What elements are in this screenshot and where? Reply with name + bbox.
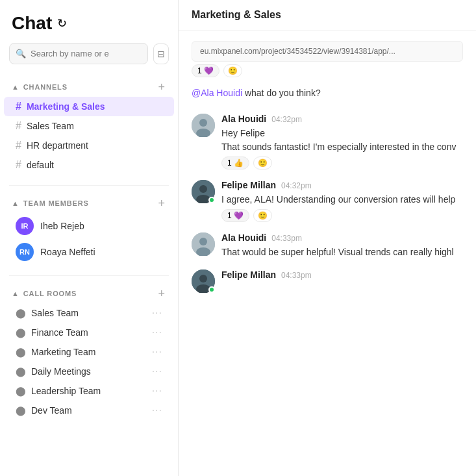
- message-time: 04:33pm: [271, 234, 302, 243]
- room-icon: ⬤: [16, 347, 26, 357]
- room-item[interactable]: ⬤ Marketing Team ···: [4, 342, 174, 362]
- room-options-icon[interactable]: ···: [152, 385, 162, 397]
- mention-body: what do you think?: [245, 88, 321, 98]
- add-channel-button[interactable]: +: [157, 81, 166, 93]
- reaction[interactable]: 1👍: [221, 157, 249, 169]
- message-time: 04:32pm: [281, 181, 312, 190]
- room-list: ⬤ Sales Team ··· ⬤ Finance Team ··· ⬤ Ma…: [0, 303, 178, 420]
- call-rooms-header: ▲ CALL ROOMS +: [0, 281, 178, 303]
- channel-name: HR department: [27, 140, 88, 151]
- url-preview: eu.mixpanel.com/project/34534522/view/39…: [192, 41, 463, 77]
- room-item[interactable]: ⬤ Sales Team ···: [4, 303, 174, 323]
- channel-item[interactable]: # Sales Team: [4, 116, 174, 136]
- divider: [9, 185, 169, 186]
- add-reaction-button[interactable]: 🙂: [253, 157, 272, 169]
- room-item[interactable]: ⬤ Dev Team ···: [4, 401, 174, 420]
- reaction-count: 1: [227, 158, 232, 168]
- room-options-icon[interactable]: ···: [152, 307, 162, 319]
- message-time: 04:32pm: [271, 115, 302, 124]
- room-options-icon[interactable]: ···: [152, 327, 162, 338]
- avatar: IR: [16, 217, 34, 235]
- channel-name: Marketing & Sales: [27, 101, 105, 112]
- channel-item[interactable]: # HR department: [4, 136, 174, 155]
- team-members-label: ▲ TEAM MEMBERS: [12, 199, 89, 207]
- divider: [9, 275, 169, 276]
- room-name: Daily Meetings: [31, 366, 91, 377]
- room-options-icon[interactable]: ···: [152, 346, 162, 358]
- main-content: Marketing & Sales eu.mixpanel.com/projec…: [179, 0, 476, 476]
- room-name: Marketing Team: [31, 347, 95, 357]
- url-text: eu.mixpanel.com/project/34534522/view/39…: [192, 41, 463, 62]
- room-options-icon[interactable]: ···: [152, 405, 162, 416]
- reaction-count: 1: [197, 66, 202, 75]
- add-reaction-button[interactable]: 🙂: [253, 209, 272, 222]
- message-content: Ala Houidi 04:32pm Hey Felipe That sound…: [221, 114, 463, 169]
- message-block: Felipe Millan 04:32pm I agree, ALA! Unde…: [192, 180, 463, 222]
- add-member-button[interactable]: +: [157, 197, 166, 209]
- reaction-bar: 1💜 🙂: [192, 64, 463, 77]
- room-name: Leadership Team: [31, 386, 101, 396]
- online-indicator: [208, 286, 215, 293]
- mention-text: @Ala Houidi what do you think?: [192, 88, 463, 98]
- add-room-button[interactable]: +: [157, 288, 166, 299]
- reaction-emoji: 👍: [234, 158, 244, 168]
- message-sender: Ala Houidi: [221, 114, 266, 124]
- message-text-2: That sounds fantastic! I'm especially in…: [221, 140, 463, 154]
- channel-title: Marketing & Sales: [192, 9, 281, 20]
- search-input[interactable]: [9, 43, 148, 64]
- room-icon: ⬤: [16, 386, 26, 396]
- message-header: Felipe Millan 04:32pm: [221, 180, 463, 190]
- room-name: Finance Team: [31, 327, 88, 338]
- filter-button[interactable]: ⊟: [153, 44, 169, 64]
- channels-section-icon: ▲: [12, 83, 19, 91]
- call-rooms-section: ▲ CALL ROOMS + ⬤ Sales Team ··· ⬤ Financ…: [0, 281, 178, 425]
- room-icon: ⬤: [16, 308, 26, 318]
- online-indicator: [208, 197, 215, 203]
- reaction[interactable]: 1💜: [221, 209, 249, 222]
- channel-item[interactable]: # Marketing & Sales: [4, 97, 174, 116]
- team-members-section: ▲ TEAM MEMBERS + IR Iheb Rejeb RN Roaya …: [0, 191, 178, 270]
- room-options-icon[interactable]: ···: [152, 366, 162, 377]
- reaction[interactable]: 1💜: [192, 64, 219, 77]
- message-header: Felipe Millan 04:33pm: [221, 269, 463, 280]
- avatar: [192, 269, 215, 293]
- member-name: Roaya Neffeti: [40, 247, 95, 257]
- reaction-bar: 1💜 🙂: [221, 209, 463, 222]
- message-sender: Ala Houidi: [221, 232, 266, 243]
- room-name: Sales Team: [31, 308, 79, 318]
- room-item[interactable]: ⬤ Leadership Team ···: [4, 381, 174, 401]
- member-name: Iheb Rejeb: [40, 221, 84, 231]
- mention-user: @Ala Houidi: [192, 88, 242, 98]
- search-bar: 🔍 ⊟: [9, 43, 169, 64]
- channel-item[interactable]: # default: [4, 155, 174, 175]
- channel-name: Sales Team: [27, 121, 74, 131]
- add-reaction-button[interactable]: 🙂: [223, 64, 242, 77]
- channels-section-header: ▲ CHANNELS +: [0, 75, 178, 97]
- message-sender: Felipe Millan: [221, 269, 276, 280]
- message-content: Felipe Millan 04:33pm: [221, 269, 463, 282]
- app-title: Chat: [12, 13, 52, 34]
- message-content: Ala Houidi 04:33pm That would be super h…: [221, 232, 463, 259]
- reaction-count: 1: [227, 211, 232, 220]
- member-item[interactable]: RN Roaya Neffeti: [4, 239, 174, 265]
- room-icon: ⬤: [16, 366, 26, 377]
- message-block: Ala Houidi 04:32pm Hey Felipe That sound…: [192, 114, 463, 169]
- room-icon: ⬤: [16, 327, 26, 338]
- svg-point-1: [199, 119, 207, 127]
- avatar: RN: [16, 243, 34, 261]
- avatar: [192, 232, 215, 256]
- reaction-emoji: 💜: [234, 211, 244, 220]
- channel-hash-icon: #: [16, 140, 21, 151]
- sidebar-header: Chat ↻: [0, 0, 178, 43]
- call-rooms-label: ▲ CALL ROOMS: [12, 290, 77, 297]
- svg-point-7: [199, 238, 207, 245]
- member-item[interactable]: IR Iheb Rejeb: [4, 213, 174, 239]
- avatar: [192, 180, 215, 203]
- call-rooms-icon: ▲: [12, 290, 19, 297]
- message-content: Felipe Millan 04:32pm I agree, ALA! Unde…: [221, 180, 463, 222]
- room-item[interactable]: ⬤ Daily Meetings ···: [4, 362, 174, 381]
- channel-hash-icon: #: [16, 101, 21, 112]
- message-header: Ala Houidi 04:32pm: [221, 114, 463, 124]
- channel-name: default: [27, 160, 54, 170]
- room-item[interactable]: ⬤ Finance Team ···: [4, 323, 174, 342]
